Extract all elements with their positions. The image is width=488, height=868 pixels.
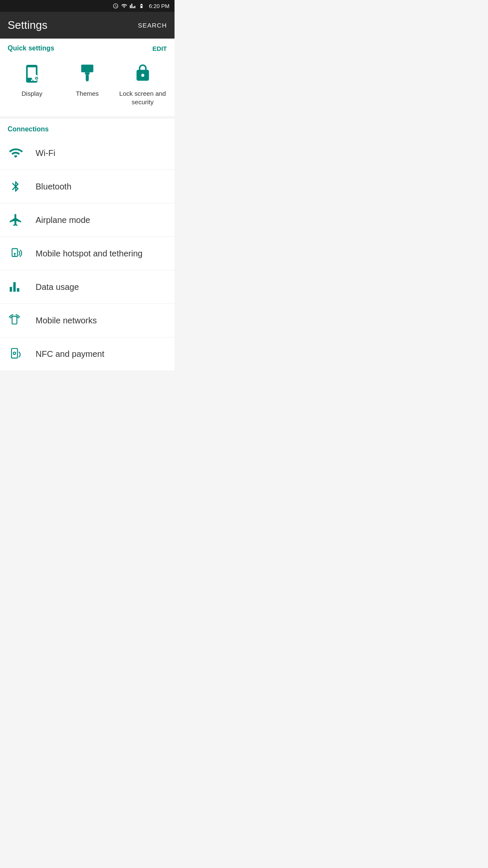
settings-item-networks[interactable]: Mobile networks bbox=[0, 304, 175, 337]
svg-rect-3 bbox=[81, 65, 94, 72]
status-bar: 6:20 PM bbox=[0, 0, 175, 12]
svg-point-8 bbox=[14, 253, 16, 255]
lock-icon bbox=[133, 63, 152, 84]
edit-button[interactable]: EDIT bbox=[152, 45, 167, 52]
wifi-icon bbox=[8, 146, 24, 160]
bluetooth-icon bbox=[8, 179, 24, 194]
mobile-networks-icon bbox=[8, 313, 24, 328]
settings-item-hotspot[interactable]: Mobile hotspot and tethering bbox=[0, 237, 175, 270]
status-time: 6:20 PM bbox=[149, 3, 169, 9]
display-label: Display bbox=[22, 89, 42, 98]
battery-icon bbox=[138, 3, 145, 8]
display-icon bbox=[22, 63, 42, 84]
settings-item-wifi[interactable]: Wi-Fi bbox=[0, 136, 175, 170]
quick-setting-lockscreen[interactable]: Lock screen and security bbox=[117, 63, 168, 106]
bluetooth-label: Bluetooth bbox=[36, 182, 72, 192]
hotspot-icon bbox=[8, 246, 24, 261]
search-button[interactable]: SEARCH bbox=[138, 22, 167, 29]
airplane-icon bbox=[8, 213, 24, 227]
hotspot-label: Mobile hotspot and tethering bbox=[36, 249, 142, 259]
lockscreen-label: Lock screen and security bbox=[117, 89, 168, 106]
settings-item-airplane[interactable]: Airplane mode bbox=[0, 203, 175, 237]
settings-item-nfc[interactable]: NFC and payment bbox=[0, 337, 175, 370]
app-header: Settings SEARCH bbox=[0, 12, 175, 39]
nfc-label: NFC and payment bbox=[36, 349, 104, 359]
quick-setting-display[interactable]: Display bbox=[6, 63, 57, 106]
svg-rect-1 bbox=[141, 6, 142, 7]
svg-point-12 bbox=[13, 352, 16, 355]
wifi-status-icon bbox=[121, 3, 128, 9]
svg-rect-5 bbox=[86, 75, 89, 81]
nfc-icon bbox=[8, 347, 24, 361]
svg-rect-10 bbox=[12, 316, 17, 324]
quick-settings-grid: Display Themes Lock screen and security bbox=[0, 55, 175, 116]
quick-setting-themes[interactable]: Themes bbox=[62, 63, 113, 106]
settings-item-bluetooth[interactable]: Bluetooth bbox=[0, 170, 175, 203]
page-title: Settings bbox=[8, 19, 47, 32]
networks-label: Mobile networks bbox=[36, 316, 97, 326]
quick-settings-header: Quick settings EDIT bbox=[0, 39, 175, 55]
status-icons: 6:20 PM bbox=[113, 3, 169, 9]
themes-icon bbox=[78, 63, 97, 84]
wifi-label: Wi-Fi bbox=[36, 148, 55, 158]
settings-item-data[interactable]: Data usage bbox=[0, 270, 175, 304]
signal-icon bbox=[130, 3, 136, 9]
airplane-label: Airplane mode bbox=[36, 215, 90, 225]
svg-rect-6 bbox=[86, 80, 88, 81]
connections-section-header: Connections bbox=[0, 119, 175, 136]
svg-rect-4 bbox=[85, 72, 90, 74]
data-label: Data usage bbox=[36, 282, 79, 292]
data-usage-icon bbox=[8, 280, 24, 294]
connections-list: Wi-Fi Bluetooth Airplane mode bbox=[0, 136, 175, 370]
quick-settings-label: Quick settings bbox=[8, 45, 54, 52]
alarm-icon bbox=[113, 3, 119, 9]
connections-label: Connections bbox=[8, 125, 49, 133]
svg-rect-11 bbox=[11, 348, 17, 358]
themes-label: Themes bbox=[76, 89, 99, 98]
